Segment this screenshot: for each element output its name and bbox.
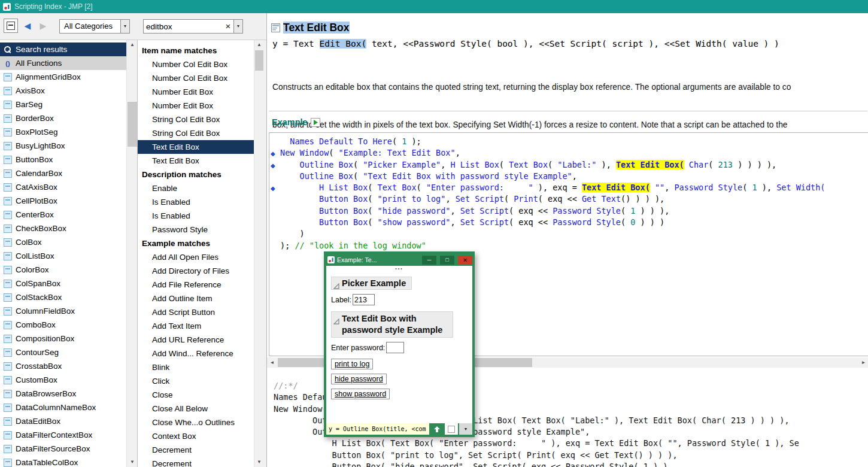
match-item-password-style[interactable]: Password Style	[138, 223, 254, 236]
forward-button[interactable]: ▶	[36, 19, 50, 33]
collapse-all-button[interactable]	[4, 19, 18, 33]
clear-search-icon[interactable]: ×	[223, 20, 233, 33]
match-item-blink[interactable]: Blink	[138, 360, 254, 374]
status-checkbox[interactable]	[445, 423, 458, 435]
hide-password-button[interactable]: hide password	[331, 374, 387, 384]
label-input[interactable]	[353, 294, 375, 305]
outline-expanded-icon[interactable]	[333, 316, 339, 327]
outline-expanded-icon[interactable]	[333, 281, 339, 291]
match-item-add-directory-of-files[interactable]: Add Directory of Files	[138, 264, 254, 278]
match-item-add-file-reference[interactable]: Add File Reference	[138, 278, 254, 292]
match-item-close-all-below[interactable]: Close All Below	[138, 402, 254, 416]
match-item-add-wind-reference[interactable]: Add Wind... Reference	[138, 347, 254, 360]
match-item-is-enabled[interactable]: Is Enabled	[138, 209, 254, 223]
category-dropdown-arrow[interactable]: ▼	[120, 19, 130, 34]
window-titlebar[interactable]: Scripting Index - JMP [2]	[0, 0, 868, 13]
sidebar-item-custombox[interactable]: CustomBox	[0, 373, 126, 387]
function-list-scrollbar[interactable]: ▲ ▼	[126, 40, 138, 467]
sidebar-item-boxplotseg[interactable]: BoxPlotSeg	[0, 125, 126, 139]
scrollbar-thumb[interactable]	[128, 102, 137, 147]
sidebar-item-columnfieldbox[interactable]: ColumnFieldBox	[0, 304, 126, 318]
box-icon	[4, 417, 12, 426]
minimize-button[interactable]: ─	[422, 256, 436, 265]
match-item-add-all-open-files[interactable]: Add All Open Files	[138, 250, 254, 264]
match-item-add-script-button[interactable]: Add Script Button	[138, 305, 254, 319]
sidebar-item-databrowserbox[interactable]: DataBrowserBox	[0, 387, 126, 401]
sidebar-item-datafiltersourcebox[interactable]: DataFilterSourceBox	[0, 442, 126, 456]
sidebar-item-colstackbox[interactable]: ColStackBox	[0, 290, 126, 304]
maximize-button[interactable]: □	[440, 256, 454, 265]
sidebar-item-busylightbox[interactable]: BusyLightBox	[0, 139, 126, 153]
search-input[interactable]	[144, 22, 223, 31]
sidebar-item-combobox[interactable]: ComboBox	[0, 318, 126, 332]
match-item-add-outline-item[interactable]: Add Outline Item	[138, 292, 254, 305]
search-dropdown-arrow[interactable]: ▼	[233, 19, 243, 34]
sidebar-item-search-results[interactable]: Search results	[0, 43, 126, 56]
sidebar-item-centerbox[interactable]: CenterBox	[0, 208, 126, 222]
close-button[interactable]: ×	[458, 256, 472, 265]
match-item-close[interactable]: Close	[138, 388, 254, 402]
match-item-click[interactable]: Click	[138, 374, 254, 388]
window-grip[interactable]: •••	[326, 266, 472, 273]
back-button[interactable]: ◀	[20, 19, 35, 33]
show-password-button[interactable]: show password	[331, 389, 390, 399]
example-window-statusbar: y = Outline Box(title, <com ▼	[326, 423, 472, 435]
match-item-text-edit-box[interactable]: Text Edit Box	[138, 154, 254, 168]
sidebar-item-compositionbox[interactable]: CompositionBox	[0, 332, 126, 345]
scroll-left-icon[interactable]: ◄	[267, 357, 277, 368]
sidebar-item-datafiltercontextbox[interactable]: DataFilterContextBox	[0, 428, 126, 442]
sidebar-item-contourseg[interactable]: ContourSeg	[0, 345, 126, 359]
sidebar-item-all-functions[interactable]: ()All Functions	[0, 56, 126, 70]
scroll-up-icon[interactable]: ▲	[254, 40, 264, 50]
match-item-number-col-edit-box[interactable]: Number Col Edit Box	[138, 57, 254, 71]
sidebar-item-axisbox[interactable]: AxisBox	[0, 84, 126, 98]
sidebar-item-collistbox[interactable]: ColListBox	[0, 249, 126, 263]
category-dropdown-value: All Categories	[64, 22, 113, 31]
outline-password-example[interactable]: Text Edit Box with password style Exampl…	[331, 311, 453, 338]
match-item-context-box[interactable]: Context Box	[138, 429, 254, 443]
match-item-add-url-reference[interactable]: Add URL Reference	[138, 333, 254, 347]
matches-list-scrollbar[interactable]: ▲ ▼	[254, 40, 264, 467]
sidebar-item-calendarbox[interactable]: CalendarBox	[0, 166, 126, 180]
category-dropdown[interactable]: All Categories	[59, 19, 121, 34]
sidebar-item-datatablecolbox[interactable]: DataTableColBox	[0, 456, 126, 467]
scroll-to-top-button[interactable]	[430, 423, 444, 435]
sidebar-item-dataeditbox[interactable]: DataEditBox	[0, 414, 126, 428]
match-item-close-whe-o-outlines[interactable]: Close Whe...o Outlines	[138, 416, 254, 429]
sidebar-item-datacolumnnamebox[interactable]: DataColumnNameBox	[0, 401, 126, 414]
scrollbar-thumb[interactable]	[255, 50, 263, 71]
sidebar-item-alignmentgridbox[interactable]: AlignmentGridBox	[0, 70, 126, 84]
match-item-string-col-edit-box[interactable]: String Col Edit Box	[138, 113, 254, 126]
match-item-number-edit-box[interactable]: Number Edit Box	[138, 85, 254, 99]
sidebar-item-colorbox[interactable]: ColorBox	[0, 263, 126, 277]
match-item-decrement[interactable]: Decrement	[138, 443, 254, 457]
match-item-number-edit-box[interactable]: Number Edit Box	[138, 99, 254, 113]
example-window-titlebar[interactable]: Example: Te... ─ □ ×	[326, 254, 472, 266]
sidebar-item-colspanbox[interactable]: ColSpanBox	[0, 277, 126, 290]
window-title: Scripting Index - JMP [2]	[14, 2, 93, 11]
run-example-icon[interactable]	[311, 118, 320, 127]
sidebar-item-barseg[interactable]: BarSeg	[0, 98, 126, 111]
sidebar-item-buttonbox[interactable]: ButtonBox	[0, 153, 126, 166]
match-item-decrement[interactable]: Decrement	[138, 457, 254, 467]
match-item-string-col-edit-box[interactable]: String Col Edit Box	[138, 126, 254, 140]
scroll-down-icon[interactable]: ▼	[254, 457, 264, 467]
outline-picker-example[interactable]: Picker Example	[331, 277, 412, 290]
match-item-enable[interactable]: Enable	[138, 181, 254, 195]
scroll-right-icon[interactable]: ►	[858, 357, 868, 368]
scroll-down-icon[interactable]: ▼	[127, 457, 138, 467]
password-input[interactable]	[386, 342, 404, 353]
sidebar-item-colbox[interactable]: ColBox	[0, 235, 126, 249]
match-item-add-text-item[interactable]: Add Text Item	[138, 319, 254, 333]
match-item-text-edit-box[interactable]: Text Edit Box	[138, 140, 254, 154]
print-to-log-button[interactable]: print to log	[331, 359, 373, 369]
sidebar-item-borderbox[interactable]: BorderBox	[0, 111, 126, 125]
sidebar-item-checkboxbox[interactable]: CheckBoxBox	[0, 222, 126, 235]
sidebar-item-crosstabbox[interactable]: CrosstabBox	[0, 359, 126, 373]
sidebar-item-cataxisbox[interactable]: CatAxisBox	[0, 180, 126, 194]
match-item-is-enabled[interactable]: Is Enabled	[138, 195, 254, 209]
scroll-up-icon[interactable]: ▲	[127, 40, 138, 50]
status-dropdown-button[interactable]: ▼	[459, 423, 472, 435]
sidebar-item-cellplotbox[interactable]: CellPlotBox	[0, 194, 126, 208]
match-item-number-col-edit-box[interactable]: Number Col Edit Box	[138, 71, 254, 85]
